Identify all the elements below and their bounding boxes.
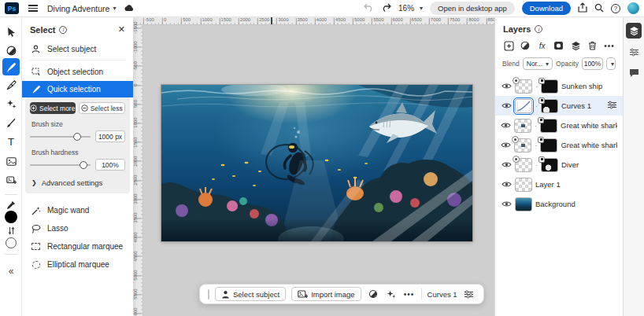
document-title[interactable]: Diving Adventure	[47, 4, 109, 13]
background-color-swatch[interactable]	[0, 235, 22, 251]
redo-icon[interactable]	[381, 3, 391, 13]
ruler-label: -1500	[133, 20, 139, 35]
object-selection-item[interactable]: Object selection	[22, 62, 133, 81]
eye-icon[interactable]	[501, 102, 512, 109]
layers-panel-tab[interactable]	[626, 23, 642, 39]
opacity-dropdown[interactable]: ▾	[606, 57, 616, 70]
chevron-down-icon[interactable]: ▾	[113, 5, 116, 12]
eye-icon[interactable]	[501, 181, 512, 188]
elliptical-marquee-icon	[31, 261, 41, 269]
brush-size-slider[interactable]	[30, 132, 91, 141]
canvas-image[interactable]	[161, 85, 472, 241]
main-menu-icon[interactable]	[28, 5, 38, 12]
brush-hardness-slider[interactable]	[30, 160, 91, 170]
more-options-icon[interactable]: •••	[603, 39, 616, 52]
adjust-tool-icon[interactable]	[0, 42, 22, 58]
adjustment-settings-icon[interactable]	[463, 288, 476, 300]
ruler-label: 2500	[259, 17, 269, 22]
canvas[interactable]	[161, 85, 472, 241]
shapes-tool-icon[interactable]	[0, 153, 22, 169]
mask-link: ·	[535, 102, 538, 110]
magic-wand-item[interactable]: Magic wand	[22, 201, 133, 219]
mask-icon[interactable]	[553, 39, 565, 52]
eye-icon[interactable]	[501, 122, 511, 129]
select-more-button[interactable]: Select more	[30, 102, 76, 114]
mask-link: ·	[535, 122, 537, 130]
layer-mask-thumbnail[interactable]	[541, 158, 558, 172]
layer-row-diver[interactable]: · Diver	[495, 155, 623, 175]
help-icon[interactable]: ?	[611, 4, 620, 13]
select-subject-button[interactable]: Select subject	[215, 287, 286, 301]
curves-thumbnail[interactable]	[515, 99, 532, 113]
layer-mask-thumbnail[interactable]	[540, 138, 557, 152]
brush-hardness-value[interactable]: 100%	[95, 159, 125, 171]
import-image-tool-icon[interactable]	[0, 172, 22, 188]
taskbar-drag-handle[interactable]	[208, 289, 209, 299]
rectangular-marquee-item[interactable]: Rectangular marquee	[22, 237, 133, 255]
select-less-button[interactable]: Select less	[79, 102, 126, 114]
adjustments-panel-tab[interactable]	[626, 44, 642, 60]
lasso-item[interactable]: Lasso	[22, 219, 133, 237]
layer-thumbnail[interactable]	[515, 79, 532, 94]
layer-thumbnail[interactable]	[515, 178, 532, 192]
layer-row-curves-1[interactable]: · Curves 1	[495, 96, 623, 116]
opacity-input[interactable]: 100%	[582, 57, 603, 70]
avatar[interactable]	[627, 2, 639, 14]
brush-tool-icon[interactable]	[0, 115, 22, 130]
brush-size-value[interactable]: 1000 px	[95, 130, 125, 142]
adjustment-settings-icon[interactable]	[607, 101, 617, 111]
adjustment-icon[interactable]	[519, 39, 531, 52]
delete-layer-icon[interactable]	[587, 39, 599, 52]
eye-icon[interactable]	[501, 83, 512, 90]
type-tool-icon[interactable]: T	[0, 134, 22, 149]
select-subject-item[interactable]: Select subject	[22, 39, 133, 58]
quick-selection-tool-icon[interactable]	[0, 59, 22, 75]
eye-icon[interactable]	[501, 200, 512, 208]
info-icon[interactable]: i	[535, 25, 542, 33]
move-tool-icon[interactable]	[0, 24, 22, 39]
advanced-settings-toggle[interactable]: ❯ Advanced settings	[31, 178, 124, 187]
collapse-tools-icon[interactable]: «	[0, 263, 22, 279]
chevron-right-icon: ❯	[31, 179, 37, 186]
layer-thumbnail[interactable]	[514, 138, 531, 152]
layer-row-great-white-shark-copy[interactable]: · Great white shark co...	[495, 116, 623, 135]
share-icon[interactable]	[578, 2, 587, 14]
layer-row-layer-1[interactable]: Layer 1	[495, 175, 623, 194]
magic-wand-icon	[31, 206, 41, 215]
lasso-icon	[31, 224, 41, 233]
layer-row-sunken-ship[interactable]: · Sunken ship	[495, 76, 623, 96]
generative-fill-icon[interactable]	[0, 96, 22, 112]
layer-thumbnail[interactable]	[515, 158, 532, 172]
layer-thumbnail[interactable]	[514, 119, 531, 133]
divider	[421, 288, 422, 299]
layer-mask-thumbnail[interactable]	[541, 79, 558, 94]
elliptical-marquee-item[interactable]: Elliptical marquee	[22, 255, 133, 274]
info-icon[interactable]: i	[59, 26, 67, 34]
add-layer-icon[interactable]	[502, 39, 515, 52]
close-icon[interactable]: ✕	[118, 24, 125, 35]
comments-panel-tab[interactable]	[626, 65, 642, 81]
layer-row-background[interactable]: Background	[495, 194, 623, 214]
layer-mask-thumbnail[interactable]	[541, 99, 558, 113]
layer-mask-thumbnail[interactable]	[540, 119, 557, 133]
effects-icon[interactable]: fx	[536, 39, 549, 52]
eye-icon[interactable]	[501, 161, 512, 168]
import-image-button[interactable]: Import image	[291, 287, 361, 301]
ruler-label: 8000	[468, 17, 479, 22]
more-options-icon[interactable]: •••	[403, 288, 416, 300]
eye-icon[interactable]	[501, 141, 511, 149]
blend-mode-dropdown[interactable]: Nor... ▾	[523, 57, 553, 70]
layer-thumbnail[interactable]	[515, 197, 532, 211]
download-button[interactable]: Download	[522, 2, 571, 15]
open-in-desktop-button[interactable]: Open in desktop app	[430, 2, 515, 15]
remove-tool-icon[interactable]	[0, 77, 22, 93]
search-icon[interactable]	[594, 3, 604, 14]
layers-stack-icon[interactable]	[569, 39, 582, 52]
advanced-settings-label: Advanced settings	[42, 178, 103, 187]
adjustment-icon[interactable]	[367, 288, 379, 300]
generative-fill-icon[interactable]	[385, 288, 398, 300]
layer-row-great-white-shark[interactable]: · Great white shark	[495, 135, 623, 155]
undo-icon[interactable]	[364, 3, 374, 13]
quick-selection-item[interactable]: Quick selection	[22, 81, 133, 97]
zoom-level-control[interactable]: 16% ▾	[398, 4, 423, 13]
